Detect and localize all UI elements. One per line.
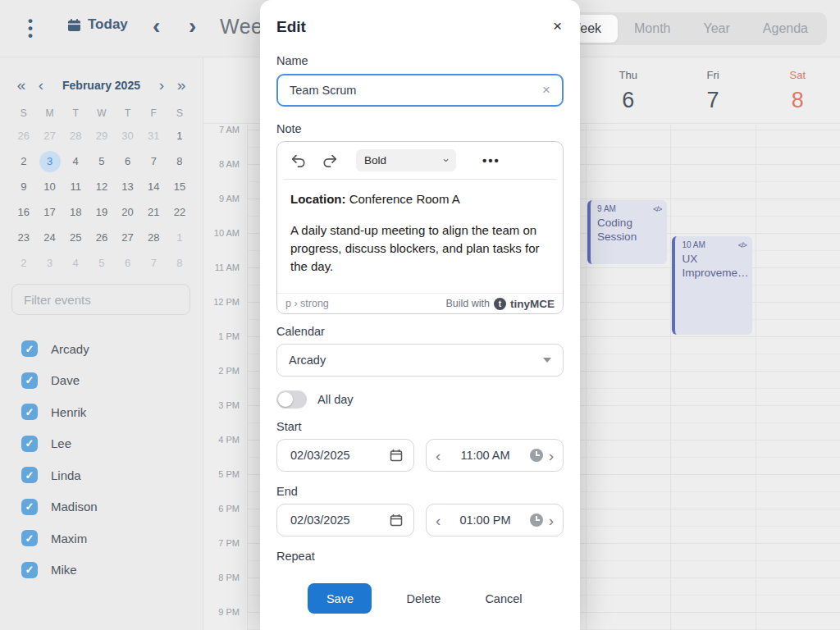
start-date-input[interactable]: 02/03/2025 (276, 439, 414, 472)
time-increment-icon[interactable]: › (549, 448, 554, 463)
mini-cal-date[interactable]: 8 (167, 148, 193, 174)
cancel-button[interactable]: Cancel (475, 592, 532, 605)
mini-cal-date[interactable]: 7 (140, 148, 167, 174)
mini-cal-date[interactable]: 29 (89, 123, 115, 148)
filter-events-input[interactable] (11, 284, 190, 315)
checkbox-checked-icon[interactable]: ✓ (21, 372, 38, 389)
end-time-input[interactable]: ‹ 01:00 PM › (426, 504, 564, 536)
checkbox-checked-icon[interactable]: ✓ (21, 404, 38, 420)
mini-cal-date[interactable]: 26 (89, 225, 115, 250)
mini-cal-date[interactable]: 20 (115, 199, 141, 225)
clock-icon[interactable] (530, 449, 543, 462)
tab-month[interactable]: Month (618, 15, 687, 43)
prev-button[interactable]: ‹ (153, 11, 160, 41)
calendar-filter-item[interactable]: ✓Mike (21, 555, 194, 587)
event-card[interactable]: 9 AM</>Coding Session (587, 200, 667, 264)
mini-cal-date[interactable]: 4 (62, 148, 89, 174)
checkbox-checked-icon[interactable]: ✓ (21, 562, 38, 578)
mini-cal-date[interactable]: 9 (11, 174, 37, 199)
calendar-filter-item[interactable]: ✓Linda (21, 459, 194, 491)
clock-icon[interactable] (530, 514, 543, 527)
time-increment-icon[interactable]: › (549, 513, 554, 528)
checkbox-checked-icon[interactable]: ✓ (21, 436, 38, 452)
mini-cal-date[interactable]: 17 (37, 199, 63, 225)
mini-cal-date[interactable]: 6 (115, 148, 141, 174)
calendar-filter-item[interactable]: ✓Arcady (21, 333, 194, 365)
element-path[interactable]: p › strong (285, 298, 329, 309)
mini-cal-date[interactable]: 16 (11, 199, 37, 225)
calendar-select[interactable]: Arcady (276, 344, 564, 377)
mini-cal-date[interactable]: 6 (115, 250, 141, 276)
more-menu-button[interactable]: ••• (25, 17, 36, 40)
redo-icon[interactable] (322, 153, 338, 167)
checkbox-checked-icon[interactable]: ✓ (21, 340, 38, 357)
next-year-icon[interactable]: » (171, 76, 191, 94)
day-header-fri[interactable]: Fri7 (670, 69, 755, 113)
mini-cal-date[interactable]: 22 (167, 199, 193, 225)
save-button[interactable]: Save (308, 583, 372, 614)
delete-button[interactable]: Delete (396, 592, 450, 605)
format-select[interactable]: Bold › (356, 149, 456, 171)
mini-cal-date[interactable]: 1 (167, 123, 193, 148)
today-button[interactable]: Today (67, 16, 128, 33)
prev-year-icon[interactable]: « (11, 76, 31, 94)
mini-cal-date[interactable]: 24 (37, 225, 63, 250)
mini-cal-date[interactable]: 3 (37, 148, 63, 174)
editor-content[interactable]: Location: Conference Room A A daily stan… (277, 180, 563, 276)
prev-month-icon[interactable]: ‹ (31, 76, 51, 94)
next-month-icon[interactable]: › (152, 76, 171, 94)
mini-cal-date[interactable]: 10 (37, 174, 63, 199)
start-time-input[interactable]: ‹ 11:00 AM › (426, 439, 564, 472)
mini-cal-date[interactable]: 25 (62, 225, 89, 250)
checkbox-checked-icon[interactable]: ✓ (21, 467, 38, 483)
mini-cal-date[interactable]: 3 (37, 250, 63, 276)
tab-agenda[interactable]: Agenda (746, 15, 824, 43)
mini-cal-date[interactable]: 18 (62, 199, 89, 225)
mini-cal-date[interactable]: 15 (167, 174, 193, 199)
mini-cal-date[interactable]: 4 (62, 250, 89, 276)
mini-cal-date[interactable]: 27 (115, 225, 141, 250)
mini-cal-date[interactable]: 11 (62, 174, 89, 199)
mini-cal-date[interactable]: 5 (89, 250, 115, 276)
mini-cal-date[interactable]: 21 (140, 199, 167, 225)
next-button[interactable]: › (189, 11, 196, 41)
name-input[interactable]: Team Scrum × (276, 74, 564, 107)
mini-cal-date[interactable]: 8 (167, 250, 193, 276)
end-date-input[interactable]: 02/03/2025 (276, 504, 414, 536)
mini-cal-date[interactable]: 1 (167, 225, 193, 250)
more-tools-icon[interactable]: ••• (482, 153, 500, 167)
calendar-filter-item[interactable]: ✓Dave (21, 365, 194, 397)
mini-cal-date[interactable]: 31 (140, 123, 167, 148)
day-header-thu[interactable]: Thu6 (586, 69, 670, 113)
event-card[interactable]: 10 AM</>UX Improveme… (672, 236, 751, 335)
mini-cal-date[interactable]: 23 (11, 225, 37, 250)
tinymce-branding[interactable]: Build with t tinyMCE (446, 298, 555, 310)
mini-cal-date[interactable]: 27 (37, 123, 63, 148)
checkbox-checked-icon[interactable]: ✓ (21, 499, 38, 515)
mini-cal-date[interactable]: 7 (140, 250, 167, 276)
all-day-toggle[interactable] (276, 390, 307, 409)
mini-cal-date[interactable]: 13 (115, 174, 141, 199)
mini-cal-date[interactable]: 14 (140, 174, 167, 199)
mini-cal-date[interactable]: 2 (11, 250, 37, 276)
mini-cal-date[interactable]: 5 (89, 148, 115, 174)
calendar-filter-item[interactable]: ✓Lee (21, 428, 194, 460)
undo-icon[interactable] (290, 153, 306, 167)
clear-icon[interactable]: × (542, 82, 550, 98)
calendar-filter-item[interactable]: ✓Maxim (21, 523, 194, 555)
day-header-sat[interactable]: Sat8 (756, 69, 840, 113)
checkbox-checked-icon[interactable]: ✓ (21, 530, 38, 546)
calendar-filter-item[interactable]: ✓Henrik (21, 396, 194, 428)
date-picker-icon[interactable] (390, 449, 403, 462)
tab-year[interactable]: Year (687, 15, 746, 43)
mini-cal-date[interactable]: 19 (89, 199, 115, 225)
mini-cal-date[interactable]: 26 (11, 123, 37, 148)
rich-text-editor[interactable]: Bold › ••• Location: Conference Room A A… (276, 141, 564, 314)
mini-cal-date[interactable]: 30 (115, 123, 141, 148)
mini-cal-date[interactable]: 28 (140, 225, 167, 250)
mini-cal-date[interactable]: 2 (11, 148, 37, 174)
mini-cal-date[interactable]: 12 (89, 174, 115, 199)
mini-cal-date[interactable]: 28 (62, 123, 89, 148)
close-icon[interactable]: × (553, 18, 562, 34)
calendar-filter-item[interactable]: ✓Madison (21, 491, 194, 523)
